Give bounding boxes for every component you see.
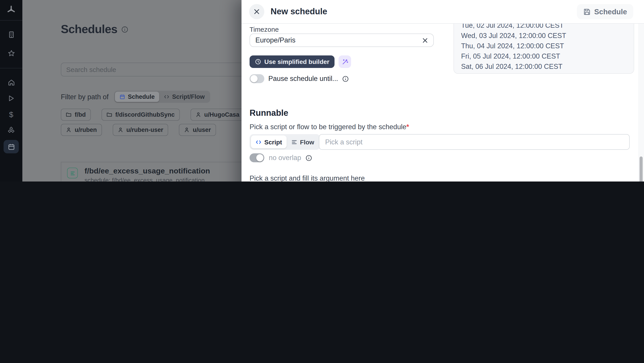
sidebar-item-workspace[interactable] (0, 28, 22, 41)
chip-label: u/ruben-user (126, 126, 163, 133)
clock-icon (255, 58, 261, 65)
filter-label: Filter by path of (61, 93, 109, 101)
pause-schedule-label: Pause schedule until... (268, 75, 338, 83)
runnable-helper-text: Pick a script and fill its argument here (250, 174, 365, 181)
kind-option-flow[interactable]: Flow (286, 135, 319, 148)
info-icon[interactable] (342, 75, 349, 82)
schedule-title: f/bd/ee_excess_usage_notification (84, 167, 210, 176)
preview-date: Fri, 05 Jul 2024, 12:00:00 CEST (461, 51, 626, 61)
flow-icon (67, 168, 78, 178)
user-icon (195, 112, 201, 118)
drawer-title: New schedule (270, 7, 327, 16)
folder-icon (66, 112, 72, 118)
schedule-list-item[interactable]: f/bd/ee_excess_usage_notification schedu… (61, 162, 272, 181)
timezone-field (250, 33, 434, 47)
app-window: $ ⚙ ? S (0, 0, 644, 181)
code-icon (255, 139, 262, 145)
sidebar-item-runs[interactable] (0, 92, 22, 105)
info-icon[interactable] (122, 26, 128, 33)
path-chip[interactable]: f/bd (61, 109, 91, 121)
runnable-kind-toggle: Script Flow (250, 134, 320, 150)
chip-label: u/HugoCasa (204, 111, 240, 118)
filter-option-label: Schedule (128, 93, 155, 100)
no-overlap-label: no overlap (269, 154, 301, 162)
schedule-list: f/bd/ee_excess_usage_notification schedu… (61, 162, 272, 181)
pick-script-input[interactable] (319, 134, 630, 150)
path-chip[interactable]: f/discordGithubSync (102, 109, 180, 121)
new-schedule-drawer: New schedule Schedule Timezone Use simpl… (242, 0, 644, 181)
kind-option-script[interactable]: Script (251, 135, 286, 148)
path-chip[interactable]: u/user (179, 124, 216, 136)
timezone-label: Timezone (250, 25, 279, 33)
sidebar-divider (0, 20, 22, 20)
sidebar-item-home[interactable] (0, 75, 22, 89)
path-chip[interactable]: u/ruben-user (112, 124, 168, 136)
calendar-icon (120, 94, 125, 100)
close-button[interactable] (249, 4, 264, 19)
path-chip[interactable]: u/ruben (61, 124, 102, 136)
filter-option-label: Script/Flow (172, 93, 205, 100)
sidebar-item-favorites[interactable] (0, 46, 22, 60)
drawer-scrollbar[interactable] (638, 24, 644, 181)
path-chip[interactable]: u/HugoCasa (190, 109, 244, 121)
filter-option-schedule[interactable]: Schedule (115, 92, 159, 102)
page-title: Schedules (61, 22, 118, 36)
use-simplified-builder-label: Use simplified builder (264, 58, 330, 65)
runnable-heading: Runnable (250, 108, 288, 118)
search-input[interactable] (61, 63, 264, 76)
kind-option-label: Script (264, 138, 282, 145)
preview-date: Wed, 03 Jul 2024, 12:00:00 CEST (461, 30, 626, 41)
preview-date: Sat, 06 Jul 2024, 12:00:00 CEST (461, 61, 626, 71)
sidebar-item-variables[interactable]: $ (0, 108, 22, 121)
user-icon (184, 127, 190, 133)
schedule-save-button[interactable]: Schedule (577, 4, 633, 19)
drawer-header: New schedule Schedule (242, 0, 644, 24)
calendar-icon (8, 143, 15, 150)
schedule-save-label: Schedule (594, 7, 627, 16)
user-icon (118, 127, 123, 133)
scrollbar-thumb[interactable] (640, 156, 643, 181)
info-icon[interactable] (306, 154, 312, 161)
user-icon (66, 127, 72, 133)
filter-chips-row-2: u/ruben u/ruben-user u/user (61, 124, 216, 136)
sidebar-item-resources[interactable] (0, 124, 22, 137)
sidebar: $ ⚙ ? (0, 0, 22, 181)
drawer-body: Timezone Use simplified builder Pause sc… (242, 24, 644, 181)
chip-label: u/ruben (75, 126, 97, 133)
code-icon (164, 94, 170, 100)
flow-icon (291, 139, 297, 145)
use-simplified-builder-button[interactable]: Use simplified builder (250, 55, 335, 68)
magic-wand-icon (342, 58, 348, 65)
filter-kind-toggle: Schedule Script/Flow (114, 91, 210, 103)
save-icon (583, 8, 590, 15)
preview-date: Thu, 04 Jul 2024, 12:00:00 CEST (461, 41, 626, 51)
chip-label: u/user (193, 126, 211, 133)
ai-wand-button[interactable] (339, 55, 351, 68)
chip-label: f/discordGithubSync (116, 111, 175, 118)
folder-icon (106, 112, 112, 118)
pause-schedule-toggle[interactable] (250, 74, 264, 83)
chip-label: f/bd (75, 111, 86, 118)
filter-option-script-flow[interactable]: Script/Flow (159, 92, 209, 102)
windmill-logo-icon[interactable] (0, 3, 22, 16)
no-overlap-toggle[interactable] (250, 153, 264, 162)
schedule-path: schedule: f/bd/ee_excess_usage_notificat… (84, 177, 204, 181)
kind-option-label: Flow (300, 138, 314, 145)
clear-icon[interactable] (422, 37, 428, 43)
schedule-preview-dates: Tue, 02 Jul 2024, 12:00:00 CEST Wed, 03 … (454, 24, 634, 74)
timezone-input[interactable] (255, 36, 422, 44)
sidebar-item-schedules[interactable] (4, 140, 19, 153)
preview-date: Tue, 02 Jul 2024, 12:00:00 CEST (461, 24, 626, 30)
pick-runnable-label: Pick a script or flow to be triggered by… (250, 123, 406, 131)
sidebar-divider (0, 68, 22, 68)
close-icon (254, 8, 260, 15)
required-asterisk: * (406, 123, 409, 131)
